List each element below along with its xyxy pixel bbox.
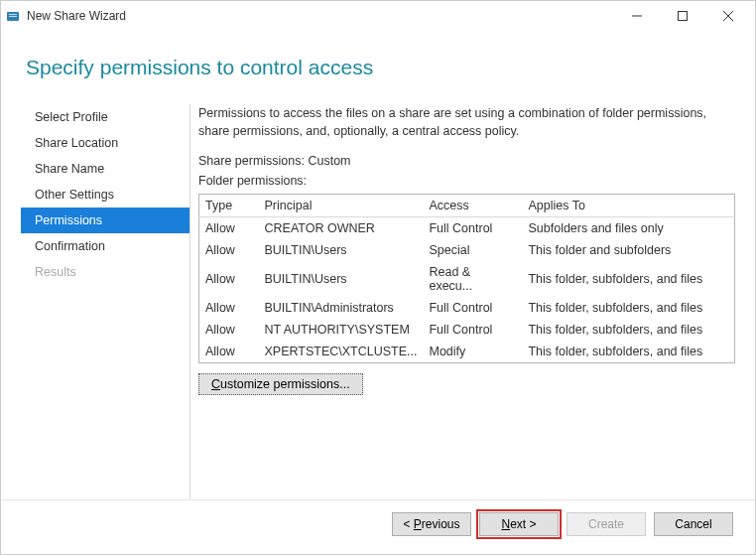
previous-button[interactable]: < Previous bbox=[392, 512, 471, 536]
content: Specify permissions to control access Se… bbox=[1, 31, 755, 499]
customize-permissions-button[interactable]: Customize permissions... bbox=[198, 373, 363, 395]
sidebar-item-permissions[interactable]: Permissions bbox=[21, 208, 189, 233]
share-permissions-label: Share permissions: bbox=[198, 154, 308, 168]
footer: < Previous Next > Create Cancel bbox=[1, 499, 755, 554]
svg-rect-2 bbox=[9, 16, 17, 17]
panel: Permissions to access the files on a sha… bbox=[198, 104, 735, 499]
permissions-table: Type Principal Access Applies To AllowCR… bbox=[198, 194, 735, 363]
cell-principal: CREATOR OWNER bbox=[259, 217, 424, 240]
sidebar-item-select-profile[interactable]: Select Profile bbox=[21, 104, 189, 130]
maximize-button[interactable] bbox=[660, 1, 705, 31]
cell-applies: This folder and subfolders bbox=[522, 239, 734, 261]
table-row[interactable]: AllowXPERTSTEC\XTCLUSTE...ModifyThis fol… bbox=[199, 341, 735, 363]
app-icon bbox=[5, 8, 21, 24]
next-button[interactable]: Next > bbox=[479, 512, 559, 536]
titlebar: New Share Wizard bbox=[1, 1, 755, 31]
svg-rect-1 bbox=[9, 14, 17, 15]
cell-applies: This folder, subfolders, and files bbox=[522, 297, 734, 319]
col-principal[interactable]: Principal bbox=[259, 195, 424, 217]
cell-access: Read & execu... bbox=[423, 261, 522, 297]
svg-rect-4 bbox=[679, 12, 688, 21]
cell-principal: NT AUTHORITY\SYSTEM bbox=[259, 319, 424, 341]
cell-type: Allow bbox=[199, 297, 259, 319]
cell-applies: This folder, subfolders, and files bbox=[522, 341, 734, 363]
cell-applies: Subfolders and files only bbox=[522, 217, 734, 240]
table-row[interactable]: AllowBUILTIN\AdministratorsFull ControlT… bbox=[199, 297, 735, 319]
close-button[interactable] bbox=[705, 1, 751, 31]
window-title: New Share Wizard bbox=[27, 9, 614, 23]
sidebar-item-other-settings[interactable]: Other Settings bbox=[21, 182, 189, 208]
minimize-button[interactable] bbox=[614, 1, 660, 31]
sidebar-item-confirmation[interactable]: Confirmation bbox=[21, 233, 189, 259]
cancel-button[interactable]: Cancel bbox=[654, 512, 733, 536]
cell-type: Allow bbox=[199, 319, 259, 341]
page-heading: Specify permissions to control access bbox=[11, 31, 745, 104]
cell-principal: BUILTIN\Administrators bbox=[259, 297, 424, 319]
cell-type: Allow bbox=[199, 239, 259, 261]
table-row[interactable]: AllowBUILTIN\UsersRead & execu...This fo… bbox=[199, 261, 735, 297]
cell-access: Special bbox=[423, 239, 522, 261]
create-button: Create bbox=[567, 512, 646, 536]
share-permissions-row: Share permissions: Custom bbox=[198, 154, 735, 168]
intro-text: Permissions to access the files on a sha… bbox=[198, 104, 735, 140]
sidebar-item-share-location[interactable]: Share Location bbox=[21, 130, 189, 156]
sidebar-item-results: Results bbox=[21, 259, 189, 285]
cell-principal: BUILTIN\Users bbox=[259, 239, 424, 261]
col-access[interactable]: Access bbox=[423, 195, 522, 217]
table-row[interactable]: AllowCREATOR OWNERFull ControlSubfolders… bbox=[199, 217, 735, 240]
col-applies[interactable]: Applies To bbox=[522, 195, 734, 217]
table-row[interactable]: AllowNT AUTHORITY\SYSTEMFull ControlThis… bbox=[199, 319, 735, 341]
cell-type: Allow bbox=[199, 217, 259, 240]
table-row[interactable]: AllowBUILTIN\UsersSpecialThis folder and… bbox=[199, 239, 735, 261]
folder-permissions-label: Folder permissions: bbox=[198, 174, 735, 188]
cell-principal: BUILTIN\Users bbox=[259, 261, 424, 297]
table-header-row[interactable]: Type Principal Access Applies To bbox=[199, 195, 735, 217]
sidebar-item-share-name[interactable]: Share Name bbox=[21, 156, 189, 182]
share-permissions-value: Custom bbox=[308, 154, 350, 168]
cell-type: Allow bbox=[199, 341, 259, 363]
cell-applies: This folder, subfolders, and files bbox=[522, 319, 734, 341]
divider bbox=[189, 104, 190, 499]
cell-applies: This folder, subfolders, and files bbox=[522, 261, 734, 297]
col-type[interactable]: Type bbox=[199, 195, 259, 217]
main: Select Profile Share Location Share Name… bbox=[11, 104, 745, 499]
sidebar: Select Profile Share Location Share Name… bbox=[21, 104, 189, 499]
cell-access: Full Control bbox=[423, 217, 522, 240]
cell-principal: XPERTSTEC\XTCLUSTE... bbox=[259, 341, 424, 363]
cell-access: Full Control bbox=[423, 319, 522, 341]
cell-type: Allow bbox=[199, 261, 259, 297]
cell-access: Modify bbox=[423, 341, 522, 363]
cell-access: Full Control bbox=[423, 297, 522, 319]
